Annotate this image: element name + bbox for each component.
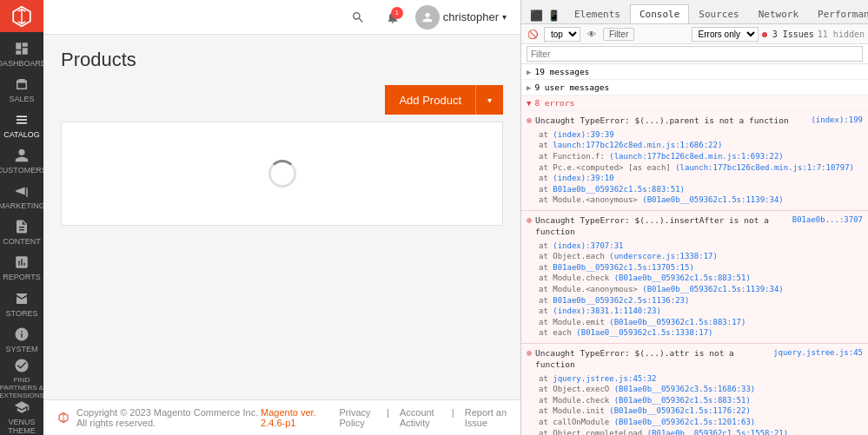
console-group-all: ▶ 19 messages [521, 64, 868, 80]
console-group-errors: ▼ 8 errors [521, 96, 868, 111]
error-message: Uncaught TypeError: $(...).parent is not… [535, 115, 789, 125]
devtools-tabs: ⬛ 📱 Elements Console Sources Network Per… [521, 0, 868, 24]
sidebar-item-label: CATALOG [3, 130, 40, 139]
sidebar-item-label: SYSTEM [5, 345, 37, 353]
console-group-header-errors[interactable]: ▼ 8 errors [521, 96, 868, 110]
error-stack-0: at (index):39:39 at launch:177bc126c8ed.… [521, 129, 868, 208]
devtools-device-btn[interactable]: 📱 [546, 8, 561, 23]
devtools-panel: ⬛ 📱 Elements Console Sources Network Per… [520, 0, 868, 435]
sidebar-item-marketing[interactable]: MARKETING [0, 179, 43, 214]
error-location-2[interactable]: jquery.jstree.js:45 [773, 348, 863, 357]
tab-network[interactable]: Network [749, 4, 808, 23]
error-entry-1: ⊗ Uncaught TypeError: $(...).insertAfter… [521, 211, 868, 344]
console-group-header-all[interactable]: ▶ 19 messages [521, 64, 868, 79]
add-product-label: Add Product [385, 85, 475, 115]
sidebar-item-partners[interactable]: FIND PARTNERS & EXTENSIONS [0, 358, 43, 399]
error-location-1[interactable]: B01ae0b...:3707 [792, 215, 863, 224]
console-top-bar: 🚫 top 👁 Filter Errors only 3 Issues 11 h… [521, 24, 868, 44]
sidebar-item-label: MARKETING [0, 201, 45, 210]
stack-line: at (index):39:39 [539, 129, 863, 141]
username-label: christopher [443, 10, 499, 23]
error-location-0[interactable]: (index):199 [811, 115, 863, 124]
search-icon [351, 10, 365, 24]
filter-btn[interactable]: Filter [603, 28, 634, 41]
copyright-text: Copyright © 2023 Magento Commerce Inc. A… [76, 407, 261, 428]
report-issue-link[interactable]: Report an Issue [465, 407, 507, 428]
user-menu-button[interactable]: christopher ▾ [415, 5, 507, 30]
search-button[interactable] [346, 5, 370, 30]
error-text-1: Uncaught TypeError: $(...).insertAfter i… [535, 215, 789, 238]
chevron-down-icon: ▾ [502, 12, 507, 22]
console-eye-btn[interactable]: 👁 [584, 26, 600, 42]
tab-console[interactable]: Console [630, 4, 689, 23]
sidebar-item-label: VENUS THEME [0, 418, 43, 435]
stack-line: at Module.<anonymous> (B01ae0b__059362c1… [539, 194, 863, 206]
loading-spinner [268, 160, 296, 188]
sidebar-item-label: SALES [9, 95, 34, 103]
tab-performance[interactable]: Performance [808, 4, 868, 23]
devtools-inspect-btn[interactable]: ⬛ [528, 8, 544, 23]
stack-line: at Module.init (B01ae0b__059362c1.5s:117… [539, 405, 863, 417]
magento-label: Magento [261, 407, 298, 418]
stack-line: at Object.completeLoad (B01ae0b__059362c… [539, 428, 863, 435]
hidden-label: 11 hidden [818, 30, 865, 39]
page-content: Products Add Product ▾ [43, 35, 520, 399]
stack-line: at Pc.e.<computed> [as each] (launch:177… [539, 162, 863, 174]
stack-line: at Function.f: (launch:177bc126c8ed.min.… [539, 151, 863, 162]
notification-button[interactable]: 1 [381, 5, 405, 30]
context-select[interactable]: top [544, 27, 580, 42]
group-expand-icon: ▼ [527, 99, 531, 108]
stack-line: at Module.<anonymous> (B01ae0b__059362c1… [539, 284, 863, 295]
console-group-header-user[interactable]: ▶ 9 user messages [521, 80, 868, 95]
tab-elements[interactable]: Elements [565, 4, 630, 23]
stack-line: at Module.emit (B01ae0b__059362c1.5s:883… [539, 317, 863, 328]
error-header-0: ⊗ Uncaught TypeError: $(...).parent is n… [521, 114, 868, 129]
sidebar-item-customers[interactable]: CUSTOMERS [0, 143, 43, 179]
group-label: 9 user messages [534, 82, 609, 92]
error-text-0: Uncaught TypeError: $(...).parent is not… [535, 115, 807, 127]
avatar [415, 5, 440, 30]
issues-badge: 3 Issues [762, 30, 814, 39]
stack-line: at (index):39:10 [539, 173, 863, 184]
privacy-policy-link[interactable]: Privacy Policy [339, 407, 376, 428]
console-clear-btn[interactable]: 🚫 [525, 26, 540, 42]
sidebar-item-sales[interactable]: SALES [0, 72, 43, 108]
product-list [61, 122, 503, 226]
footer-left: Copyright © 2023 Magento Commerce Inc. A… [57, 407, 261, 428]
sidebar-item-label: REPORTS [3, 273, 40, 281]
sidebar-item-catalog[interactable]: CATALOG [0, 108, 43, 143]
error-group-label: 8 errors [534, 98, 574, 108]
errors-only-select[interactable]: Errors only [692, 27, 759, 42]
error-entry-2: ⊗ Uncaught TypeError: $(...).attr is not… [521, 344, 868, 435]
stack-line: at each (B01ae0__059362c1.5s:1338:17) [539, 327, 863, 339]
sidebar-item-content[interactable]: CONTENT [0, 214, 43, 250]
error-text-2: Uncaught TypeError: $(...).attr is not a… [535, 348, 770, 371]
stack-line: at B01ae0b__059362c1.5s:13705:15) [539, 262, 863, 274]
group-arrow-icon: ▶ [527, 68, 531, 76]
sidebar-item-label: CUSTOMERS [0, 166, 47, 175]
error-message: Uncaught TypeError: $(...).attr is not a… [535, 348, 734, 369]
sidebar-item-reports[interactable]: REPORTS [0, 250, 43, 286]
sidebar-item-label: DASHBOARD [0, 59, 47, 68]
stack-line: at jquery.jstree.js:45:32 [539, 373, 863, 385]
sidebar-item-system[interactable]: SYSTEM [0, 322, 43, 358]
console-filter-input[interactable] [527, 46, 863, 62]
stack-line: at B01ae0b__059362c1.5s:883:51) [539, 184, 863, 195]
sidebar-logo[interactable] [0, 0, 43, 32]
stack-line: at Module.check (B01ae0b__059362c1.5s:88… [539, 395, 863, 406]
stack-line: at Module.check (B01ae0b__059362c1.5s:88… [539, 273, 863, 284]
add-product-button[interactable]: Add Product ▾ [385, 85, 503, 115]
sidebar-item-stores[interactable]: STORES [0, 287, 43, 322]
error-icon: ⊗ [527, 115, 532, 125]
footer-links: Privacy Policy | Account Activity | Repo… [339, 407, 507, 428]
sidebar-item-venus[interactable]: VENUS THEME [0, 399, 43, 435]
action-bar: Add Product ▾ [61, 85, 503, 115]
sidebar-item-dashboard[interactable]: DASHBOARD [0, 36, 43, 71]
error-entry-0: ⊗ Uncaught TypeError: $(...).parent is n… [521, 111, 868, 211]
add-product-arrow-icon[interactable]: ▾ [475, 85, 503, 115]
error-header-1: ⊗ Uncaught TypeError: $(...).insertAfter… [521, 214, 868, 240]
stack-line: at B01ae0b__059362c2.5s:1136:23) [539, 295, 863, 306]
account-activity-link[interactable]: Account Activity [400, 407, 441, 428]
console-toolbar [521, 44, 868, 64]
tab-sources[interactable]: Sources [689, 4, 748, 23]
